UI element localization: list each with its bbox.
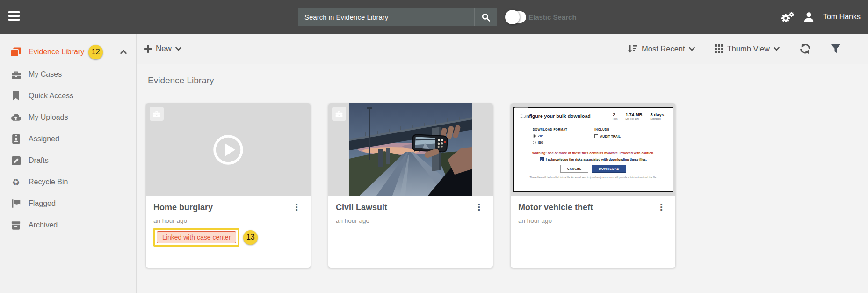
sidebar-item-label: Recycle Bin xyxy=(29,178,68,186)
dialog-title: Configure your bulk download xyxy=(520,113,591,119)
radio-iso: ISO xyxy=(533,141,567,144)
cancel-button-image: CANCEL xyxy=(560,165,589,173)
sidebar-item-quick-access[interactable]: Quick Access xyxy=(0,85,136,107)
elastic-search-toggle[interactable] xyxy=(506,11,526,23)
sort-dropdown[interactable]: Most Recent xyxy=(625,44,698,54)
sidebar-item-label: My Uploads xyxy=(29,113,68,122)
sidebar-item-archived[interactable]: Archived xyxy=(0,214,136,236)
stat-file-size: 1.74 MB Est. File Size xyxy=(622,112,646,120)
card-grid: Home burglary ⋮ an hour ago Linked with … xyxy=(146,103,868,268)
checked-checkbox-icon: ✓ xyxy=(540,157,544,161)
sort-icon xyxy=(628,44,638,53)
annotation-badge-12: 12 xyxy=(88,45,103,59)
toggle-knob xyxy=(505,10,520,24)
search-input[interactable] xyxy=(298,8,474,26)
bulk-download-dialog-image: Configure your bulk download 2 Files 1.7… xyxy=(513,107,673,192)
sidebar-item-my-uploads[interactable]: My Uploads xyxy=(0,107,136,128)
sidebar-item-label: My Cases xyxy=(29,70,62,79)
radio-zip: ZIP xyxy=(533,134,567,138)
sidebar-item-my-cases[interactable]: My Cases xyxy=(0,64,136,85)
recycle-icon: ♻ xyxy=(10,178,22,187)
stat-files: 2 Files xyxy=(609,112,622,120)
sidebar-item-label: Quick Access xyxy=(29,92,73,100)
card-timestamp: an hour ago xyxy=(518,217,668,224)
elastic-search-label: Elastic Search xyxy=(528,13,577,21)
user-name[interactable]: Tom Hanks xyxy=(823,13,861,21)
topbar-right-group: Tom Hanks xyxy=(781,0,861,34)
briefcase-icon xyxy=(10,70,22,79)
play-icon xyxy=(212,134,244,166)
bookmark-icon xyxy=(10,91,22,101)
chevron-up-icon[interactable] xyxy=(120,50,127,54)
search-icon[interactable] xyxy=(475,8,497,26)
new-button-label: New xyxy=(156,44,172,53)
flag-icon xyxy=(10,199,22,208)
sidebar-item-flagged[interactable]: Flagged xyxy=(0,193,136,214)
card-menu-icon[interactable]: ⋮ xyxy=(655,203,668,212)
id-badge-icon xyxy=(10,134,22,144)
sidebar-item-evidence-library[interactable]: Evidence Library 12 xyxy=(0,40,136,64)
radio-icon xyxy=(533,141,536,144)
plus-icon xyxy=(144,45,152,53)
divider xyxy=(514,124,673,124)
download-format-label: DOWNLOAD FORMAT xyxy=(533,128,567,131)
stat-expiration: 3 days Expiration xyxy=(646,112,668,120)
archive-icon xyxy=(10,221,22,230)
include-label: INCLUDE xyxy=(594,128,621,131)
sidebar-item-drafts[interactable]: Drafts xyxy=(0,150,136,171)
card-timestamp: an hour ago xyxy=(153,217,303,224)
annotation-highlight-box: Linked with case center xyxy=(153,228,239,247)
page-title: Evidence Library xyxy=(148,75,868,86)
card-title: Motor vehicle theft xyxy=(518,203,593,212)
case-briefcase-icon xyxy=(332,107,346,121)
sidebar: Evidence Library 12 My Cases Quick Acces… xyxy=(0,34,137,293)
photo-thumbnail[interactable] xyxy=(328,103,493,196)
road-dusk-photo xyxy=(349,103,472,196)
evidence-card-civil-lawsuit[interactable]: Civil Lawsuit ⋮ an hour ago xyxy=(328,103,493,268)
annotation-badge-13: 13 xyxy=(243,230,258,245)
dialog-footer-text: These files will be bundled into a file.… xyxy=(514,176,673,179)
user-avatar-icon[interactable] xyxy=(803,11,815,23)
chevron-down-icon xyxy=(175,47,181,51)
chevron-down-icon xyxy=(689,47,695,51)
sidebar-item-label: Drafts xyxy=(29,156,49,165)
card-timestamp: an hour ago xyxy=(336,217,485,224)
menu-icon[interactable] xyxy=(8,11,20,22)
sidebar-item-assigned[interactable]: Assigned xyxy=(0,128,136,150)
case-briefcase-icon xyxy=(150,107,164,121)
refresh-icon[interactable] xyxy=(796,43,814,55)
sidebar-item-label: Archived xyxy=(29,221,58,229)
chevron-down-icon xyxy=(774,47,780,51)
card-menu-icon[interactable]: ⋮ xyxy=(290,203,303,212)
settings-gears-icon[interactable] xyxy=(781,11,795,23)
search-box xyxy=(298,8,497,26)
view-dropdown[interactable]: Thumb View xyxy=(712,44,782,54)
checkbox-audit-trail: AUDIT TRAIL xyxy=(594,134,621,138)
elastic-search-control: Elastic Search xyxy=(506,0,577,34)
grid-icon xyxy=(715,44,723,53)
content-area: Evidence Library xyxy=(137,64,868,293)
toolbar: New Most Recent Thumb View xyxy=(137,34,868,64)
cloud-upload-icon xyxy=(10,113,22,122)
case-briefcase-icon xyxy=(514,107,528,121)
sidebar-item-label: Evidence Library xyxy=(29,48,84,56)
draft-pencil-icon xyxy=(10,156,22,165)
linked-case-center-tag[interactable]: Linked with case center xyxy=(157,231,236,243)
toolbar-right-group: Most Recent Thumb View xyxy=(625,43,844,55)
video-thumbnail[interactable] xyxy=(146,103,311,196)
sidebar-item-label: Flagged xyxy=(29,199,56,208)
new-button[interactable]: New xyxy=(141,44,184,54)
evidence-card-home-burglary[interactable]: Home burglary ⋮ an hour ago Linked with … xyxy=(146,103,311,268)
card-title: Civil Lawsuit xyxy=(336,203,387,212)
evidence-library-folders-icon xyxy=(10,47,22,57)
filter-icon[interactable] xyxy=(828,44,844,54)
malware-warning-text: Warning: one or more of these files cont… xyxy=(514,151,673,155)
evidence-card-motor-vehicle-theft[interactable]: Configure your bulk download 2 Files 1.7… xyxy=(511,103,675,268)
radio-icon xyxy=(533,134,536,138)
sidebar-item-label: Assigned xyxy=(29,135,59,143)
sort-label: Most Recent xyxy=(642,44,685,53)
sidebar-item-recycle-bin[interactable]: ♻ Recycle Bin xyxy=(0,171,136,193)
card-menu-icon[interactable]: ⋮ xyxy=(472,203,485,212)
screenshot-thumbnail[interactable]: Configure your bulk download 2 Files 1.7… xyxy=(511,103,675,196)
card-title: Home burglary xyxy=(153,203,213,212)
